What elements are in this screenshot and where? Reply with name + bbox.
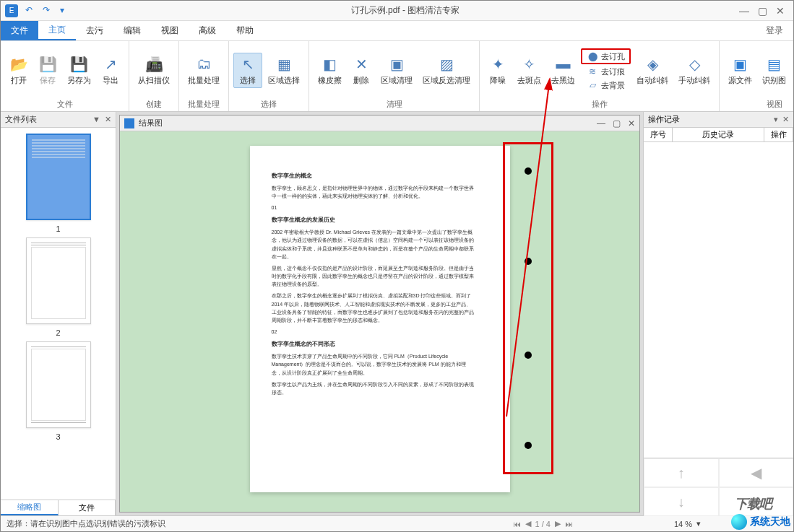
delete-button[interactable]: ✕删除 [348, 53, 375, 87]
despeckle-button[interactable]: ✧去斑点 [513, 53, 545, 87]
binding-hole [525, 167, 532, 175]
decrease-button[interactable]: ≋去订痕 [581, 65, 631, 78]
dehole-button[interactable]: ⬤去订孔 [581, 48, 631, 64]
menu-view[interactable]: 视图 [151, 21, 189, 40]
group-label-batch: 批量处理 [179, 99, 228, 111]
export-button[interactable]: ↗导出 [97, 53, 124, 87]
debackground-button[interactable]: ▱去背景 [581, 79, 631, 92]
auto-deskew-button[interactable]: ◈自动纠斜 [632, 53, 673, 87]
binding-hole [525, 442, 532, 449]
col-history: 历史记录 [673, 128, 764, 141]
group-label-select: 选择 [229, 99, 308, 111]
saveas-button[interactable]: 💾另存为 [63, 53, 95, 87]
source-view-button[interactable]: ▣源文件 [724, 53, 756, 87]
undo-icon[interactable]: ↶ [25, 5, 37, 17]
manual-deskew-button[interactable]: ◇手动纠斜 [674, 53, 715, 87]
page-first-icon[interactable]: ⏮ [513, 520, 521, 528]
close-button[interactable]: ✕ [776, 5, 785, 17]
document-viewport[interactable]: 数字孪生的概念 数字孪生，顾名思义，是指针对物理世界中的物体，通过数字化的手段来… [120, 131, 639, 512]
denoise-button[interactable]: ✦降噪 [484, 53, 512, 87]
doc-close-button[interactable]: ✕ [628, 118, 635, 128]
doc-maximize-button[interactable]: ▢ [613, 118, 621, 128]
area-clean-button[interactable]: ▣区域清理 [376, 53, 417, 87]
thumbnail-3[interactable] [26, 341, 91, 428]
filter-icon[interactable]: ▼ [92, 115, 100, 124]
menu-edit[interactable]: 编辑 [113, 21, 151, 40]
maximize-button[interactable]: ▢ [758, 5, 767, 17]
page-next-icon[interactable]: ▶ [555, 519, 561, 528]
menu-help[interactable]: 帮助 [226, 21, 264, 40]
area-invert-button[interactable]: ▨区域反选清理 [418, 53, 475, 87]
eraser-button[interactable]: ◧橡皮擦 [314, 53, 346, 87]
denoise-icon: ✦ [488, 55, 507, 74]
manual-deskew-icon: ◇ [685, 55, 704, 74]
tab-thumbnails[interactable]: 缩略图 [1, 500, 59, 515]
panel-menu-icon[interactable]: ▾ [774, 115, 778, 124]
crease-icon: ≋ [587, 66, 598, 77]
thumbnail-2-label: 2 [56, 328, 60, 337]
page-prev-icon[interactable]: ◀ [525, 519, 531, 528]
open-button[interactable]: 📂打开 [5, 53, 33, 87]
col-seq: 序号 [644, 128, 673, 141]
bg-icon: ▱ [587, 79, 598, 91]
panel-close-icon[interactable]: ✕ [782, 115, 789, 124]
area-invert-icon: ▨ [437, 55, 456, 74]
doc-minimize-button[interactable]: — [597, 118, 605, 128]
nav-up-button[interactable]: ↑ [644, 458, 719, 487]
app-icon: E [5, 4, 18, 17]
file-list-panel: 文件列表 ▼ ✕ 1 2 3 缩略图 文件 [1, 112, 116, 515]
recognize-view-button[interactable]: ▤识别图 [758, 53, 790, 87]
save-icon: 💾 [38, 55, 57, 74]
ribbon: 📂打开 💾保存 💾另存为 ↗导出 文件 📠从扫描仪 创建 🗂批量处理 批量处理 … [1, 41, 793, 112]
group-label-clean: 清理 [309, 99, 479, 111]
menu-clean[interactable]: 去污 [76, 21, 113, 40]
delete-icon: ✕ [352, 55, 371, 74]
deblack-button[interactable]: ▬去黑边 [547, 53, 579, 87]
export-icon: ↗ [101, 55, 120, 74]
select-button[interactable]: ↖选择 [233, 53, 262, 88]
marquee-icon: ▦ [275, 55, 293, 74]
redo-icon[interactable]: ↷ [43, 5, 54, 17]
auto-deskew-icon: ◈ [643, 55, 662, 74]
document-window: 结果图 — ▢ ✕ 数字孪生的概念 数字孪生，顾名思义，是指针对物理世界中的物体… [119, 115, 640, 513]
window-title: 订孔示例.pdf - 图档清洁专家 [72, 4, 739, 17]
save-button[interactable]: 💾保存 [34, 53, 61, 87]
doc-window-title: 结果图 [139, 118, 163, 128]
menu-advanced[interactable]: 高级 [189, 21, 226, 40]
area-select-button[interactable]: ▦区域选择 [264, 53, 304, 87]
title-bar: E ↶ ↷ ▾ 订孔示例.pdf - 图档清洁专家 — ▢ ✕ [1, 1, 793, 21]
panel-close-icon[interactable]: ✕ [105, 115, 111, 124]
from-scanner-button[interactable]: 📠从扫描仪 [134, 53, 174, 87]
eraser-icon: ◧ [321, 55, 340, 74]
page-last-icon[interactable]: ⏭ [565, 520, 573, 528]
thumbnail-2[interactable] [26, 237, 91, 324]
zoom-dropdown-icon[interactable]: ▾ [696, 519, 701, 528]
watermark-brand: 下载吧 [735, 495, 772, 513]
document-page: 数字孪生的概念 数字孪生，顾名思义，是指针对物理世界中的物体，通过数字化的手段来… [250, 146, 510, 492]
zoom-level: 14 % [674, 520, 692, 528]
menu-home[interactable]: 主页 [38, 21, 76, 40]
operation-record-title: 操作记录 [648, 114, 680, 125]
status-bar: 选择：请在识别图中点选识别错误的污渍标识 ⏮ ◀ 1 / 4 ▶ ⏭ 14 % … [1, 515, 793, 531]
saveas-icon: 💾 [70, 55, 89, 74]
nav-down-button[interactable]: ↓ [644, 487, 719, 516]
qat-dropdown-icon[interactable]: ▾ [60, 5, 72, 17]
despeckle-icon: ✧ [520, 55, 539, 74]
binding-hole [525, 258, 532, 265]
group-label-operate: 操作 [480, 99, 719, 111]
group-label-view: 视图 [720, 99, 794, 111]
scanner-icon: 📠 [144, 55, 163, 74]
batch-icon: 🗂 [194, 55, 213, 74]
tab-files[interactable]: 文件 [59, 500, 116, 515]
minimize-button[interactable]: — [739, 5, 749, 17]
batch-button[interactable]: 🗂批量处理 [184, 53, 224, 87]
page-indicator: 1 / 4 [535, 520, 551, 528]
deblack-icon: ▬ [554, 55, 573, 74]
cursor-icon: ↖ [238, 55, 257, 74]
menu-file[interactable]: 文件 [1, 21, 38, 40]
nav-prev-button[interactable]: ◀ [719, 458, 794, 487]
globe-icon [731, 514, 747, 530]
thumbnail-1[interactable] [26, 134, 91, 220]
login-button[interactable]: 登录 [756, 21, 793, 40]
operation-record-panel: 操作记录 ▾ ✕ 序号 历史记录 操作 ↑ ◀ ↓ ▶ [643, 112, 793, 515]
